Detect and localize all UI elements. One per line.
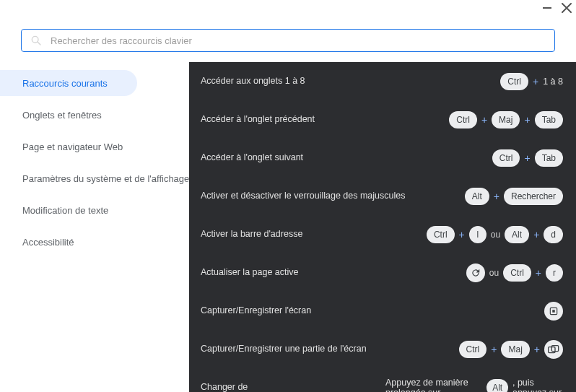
minimize-button[interactable] (543, 7, 551, 9)
shortcut-row: Capturer/Enregistrer une partie de l'écr… (189, 330, 576, 368)
shortcut-description: Capturer/Enregistrer une partie de l'écr… (201, 344, 459, 355)
minimize-icon (543, 7, 551, 9)
keyboard-key: Tab (535, 149, 563, 167)
shortcut-description: Capturer/Enregistrer l'écran (201, 305, 544, 317)
close-icon (562, 3, 572, 13)
plus-separator: + (536, 267, 541, 279)
plus-separator: + (459, 229, 465, 240)
shortcuts-panel: Accéder aux onglets 1 à 8Ctrl+1 à 8Accéd… (189, 62, 576, 392)
shortcut-keys: Ctrl+Tab (492, 149, 563, 167)
footer-text: , puis appuyez sur (512, 378, 563, 393)
plus-separator: + (533, 76, 538, 87)
shortcut-keys: Ctrl+1 à 8 (500, 73, 563, 90)
keyboard-key: Ctrl (449, 111, 477, 129)
keyboard-key: Ctrl (503, 264, 531, 282)
keyboard-key: Tab (535, 111, 563, 129)
shortcut-keys: Ctrl+Maj+Tab (449, 111, 563, 129)
shortcut-keys (544, 302, 563, 321)
svg-line-1 (38, 42, 40, 45)
shortcut-row: Actualiser la page activeouCtrl+r (189, 253, 576, 292)
keyboard-key: d (544, 226, 563, 243)
shortcut-row: Activer et désactiver le verrouillage de… (189, 177, 576, 215)
search-field[interactable] (21, 29, 555, 52)
or-separator: ou (491, 230, 500, 240)
keyboard-key: Alt (465, 188, 489, 205)
shortcut-row: Capturer/Enregistrer l'écran (189, 292, 576, 330)
shortcut-row: Accéder aux onglets 1 à 8Ctrl+1 à 8 (189, 62, 576, 100)
keyboard-key: Alt (505, 226, 529, 243)
screenshot-icon (544, 302, 563, 321)
shortcut-description: Actualiser la page active (201, 267, 466, 279)
plus-separator: + (534, 344, 540, 355)
plus-separator: + (533, 229, 539, 240)
shortcut-keys: Alt+Rechercher (465, 188, 563, 205)
keyboard-key: Alt (486, 379, 508, 393)
plus-separator: + (494, 191, 499, 202)
sidebar: Raccourcis courants Onglets et fenêtres … (0, 70, 189, 261)
sidebar-item-text-editing[interactable]: Modification de texte (0, 197, 189, 223)
or-separator: ou (489, 268, 499, 278)
shortcut-row: Changer de Appuyez de manière prolongée … (189, 368, 576, 392)
sidebar-item-system-display[interactable]: Paramètres du système et de l'affichage (0, 165, 189, 191)
keyboard-key: Ctrl (459, 341, 487, 358)
keyboard-key: Ctrl (500, 73, 528, 90)
key-range-text: 1 à 8 (543, 77, 563, 87)
search-input[interactable] (51, 35, 546, 46)
shortcut-keys: Ctrl+louAlt+d (427, 226, 563, 243)
keyboard-key: Ctrl (427, 226, 455, 243)
shortcut-description: Activer la barre d'adresse (201, 229, 427, 240)
footer-text: Appuyez de manière prolongée sur (385, 378, 482, 393)
shortcut-description: Accéder à l'onglet précédent (201, 114, 449, 126)
keyboard-key: r (546, 264, 563, 282)
plus-separator: + (524, 152, 530, 164)
plus-separator: + (481, 114, 487, 126)
shortcut-description: Accéder aux onglets 1 à 8 (201, 76, 500, 87)
shortcut-description: Activer et désactiver le verrouillage de… (201, 191, 465, 202)
windows-icon (544, 340, 563, 359)
shortcut-row: Activer la barre d'adresseCtrl+louAlt+d (189, 215, 576, 253)
sidebar-item-common-shortcuts[interactable]: Raccourcis courants (0, 70, 137, 96)
shortcut-keys: Ctrl+Maj+ (459, 340, 563, 359)
keyboard-key: Maj (501, 341, 529, 358)
sidebar-item-accessibility[interactable]: Accessibilité (0, 229, 189, 255)
shortcut-row: Accéder à l'onglet précédentCtrl+Maj+Tab (189, 100, 576, 139)
shortcut-description: Accéder à l'onglet suivant (201, 152, 492, 164)
keyboard-key: Ctrl (492, 149, 520, 167)
close-button[interactable] (562, 3, 572, 13)
shortcut-description: Changer de (201, 382, 385, 392)
svg-rect-3 (552, 310, 555, 313)
keyboard-key: Rechercher (504, 188, 563, 205)
plus-separator: + (524, 114, 530, 126)
sidebar-item-tabs-windows[interactable]: Onglets et fenêtres (0, 102, 189, 128)
shortcut-row: Accéder à l'onglet suivantCtrl+Tab (189, 139, 576, 177)
search-icon (30, 35, 42, 46)
keyboard-key: Maj (492, 111, 520, 129)
shortcut-keys: ouCtrl+r (466, 263, 563, 282)
refresh-icon (466, 263, 485, 282)
keyboard-key: l (469, 226, 486, 243)
plus-separator: + (491, 344, 497, 355)
sidebar-item-page-browser[interactable]: Page et navigateur Web (0, 134, 189, 160)
